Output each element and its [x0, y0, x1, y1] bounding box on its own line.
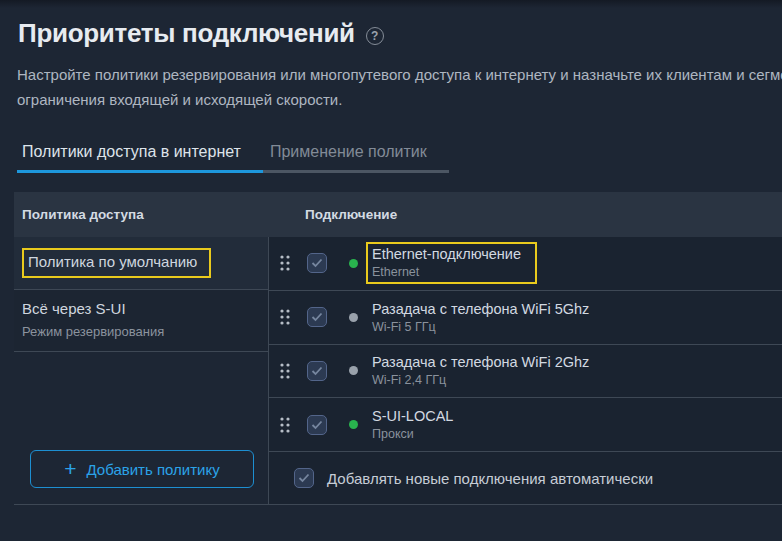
auto-add-checkbox[interactable]	[294, 468, 314, 488]
policy-name: Всё через S-UI	[22, 300, 268, 317]
table-header: Политика доступа Подключение	[14, 192, 782, 237]
connection-name: Ethernet-подключение	[372, 246, 521, 262]
connection-row-wifi-2ghz: Разадача с телефона WiFi 2Ghz Wi-Fi 2,4 …	[269, 345, 782, 399]
connection-name: S-UI-LOCAL	[372, 408, 453, 424]
table-body: Политика по умолчанию Всё через S-UI Реж…	[14, 237, 782, 505]
policy-row-default[interactable]: Политика по умолчанию	[14, 237, 268, 290]
connection-type: Прокси	[372, 427, 453, 441]
connection-type: Ethernet	[372, 265, 521, 279]
add-policy-label: Добавить политику	[87, 461, 220, 478]
auto-add-label: Добавлять новые подключения автоматическ…	[327, 470, 653, 487]
annotation-highlight: Политика по умолчанию	[22, 248, 211, 278]
annotation-highlight: Ethernet-подключение Ethernet	[366, 242, 537, 284]
drag-handle-icon[interactable]	[279, 362, 291, 380]
connection-checkbox[interactable]	[307, 253, 327, 273]
connection-checkbox[interactable]	[307, 361, 327, 381]
page-header: Приоритеты подключений ?	[18, 18, 384, 49]
connection-info: Разадача с телефона WiFi 2Ghz Wi-Fi 2,4 …	[372, 354, 589, 387]
tab-internet-access-policies[interactable]: Политики доступа в интернет	[22, 143, 241, 161]
status-dot	[349, 313, 358, 322]
page-title: Приоритеты подключений	[18, 18, 355, 49]
drag-handle-icon[interactable]	[279, 308, 291, 326]
connection-row-s-ui-local: S-UI-LOCAL Прокси	[269, 398, 782, 452]
help-icon[interactable]: ?	[366, 27, 384, 45]
tab-policy-application[interactable]: Применение политик	[270, 143, 427, 161]
auto-add-row: Добавлять новые подключения автоматическ…	[269, 452, 782, 504]
connection-info: S-UI-LOCAL Прокси	[372, 408, 453, 441]
connection-checkbox[interactable]	[307, 415, 327, 435]
page-description-line1: Настройте политики резервирования или мн…	[17, 66, 782, 83]
connection-name: Разадача с телефона WiFi 2Ghz	[372, 354, 589, 370]
policy-column: Политика по умолчанию Всё через S-UI Реж…	[14, 237, 269, 504]
policy-mode: Режим резервирования	[22, 324, 268, 339]
active-tab-indicator	[17, 170, 263, 173]
connection-type: Wi-Fi 5 ГГц	[372, 320, 589, 334]
status-dot	[349, 259, 358, 268]
status-dot	[349, 366, 358, 375]
tab-bar: Политики доступа в интернет Применение п…	[22, 143, 427, 161]
connection-row-ethernet: Ethernet-подключение Ethernet	[269, 237, 782, 291]
status-dot	[349, 420, 358, 429]
drag-handle-icon[interactable]	[279, 416, 291, 434]
connection-checkbox[interactable]	[307, 307, 327, 327]
connection-row-wifi-5ghz: Разадача с телефона WiFi 5Ghz Wi-Fi 5 ГГ…	[269, 291, 782, 345]
column-header-connection: Подключение	[268, 207, 782, 222]
connection-name: Разадача с телефона WiFi 5Ghz	[372, 301, 589, 317]
inactive-tab-indicator	[263, 170, 449, 173]
top-shadow	[0, 0, 782, 8]
policies-table: Политика доступа Подключение Политика по…	[14, 192, 782, 505]
connection-column: Ethernet-подключение Ethernet Разадача с…	[269, 237, 782, 504]
policy-name: Политика по умолчанию	[28, 253, 197, 270]
connection-type: Wi-Fi 2,4 ГГц	[372, 373, 589, 387]
plus-icon: +	[64, 458, 76, 479]
page-description-line2: ограничения входящей и исходящей скорост…	[17, 91, 782, 108]
connection-info: Разадача с телефона WiFi 5Ghz Wi-Fi 5 ГГ…	[372, 301, 589, 334]
policy-row-s-ui[interactable]: Всё через S-UI Режим резервирования	[14, 290, 268, 352]
drag-handle-icon[interactable]	[279, 254, 291, 272]
column-header-policy: Политика доступа	[14, 207, 268, 222]
add-policy-button[interactable]: + Добавить политику	[30, 450, 254, 488]
